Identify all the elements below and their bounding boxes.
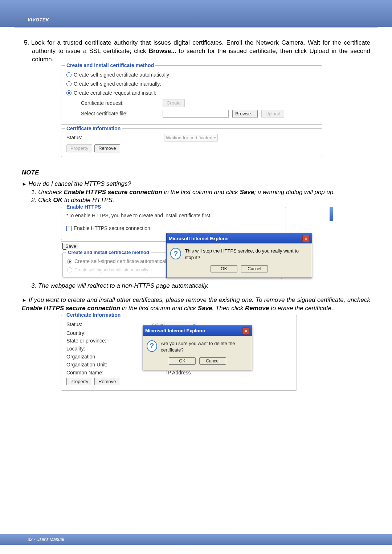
content-area: 5.Look for a trusted certificate authori… [0,28,392,398]
ci-common-value: IP Address [166,369,191,376]
chevron-down-icon: ▾ [214,135,216,140]
note2-c: in the first column and click [120,305,198,312]
triangle-icon: ► [22,181,27,187]
note2-b: Enable HTTPS secure connection [22,305,120,312]
note1-q: How do I cancel the HTTPS settings? [27,180,131,187]
note-block-1: ► How do I cancel the HTTPS settings? 1.… [22,180,370,205]
radio-auto[interactable]: Create self-signed certificate automatic… [66,71,317,78]
radio-auto-2-label: Create self-signed certificate automatic… [74,258,170,265]
status-select[interactable]: Waiting for certificated ▾ [164,134,218,142]
question-icon: ? [170,248,181,259]
note1-s1c: in the first column and click [162,189,240,196]
ie-body: ? This will stop the HTTPS service, do y… [167,243,312,265]
step-text-b: Browse... [149,48,176,54]
remove-button[interactable]: Remove [94,378,120,386]
note1-list: 1. Uncheck Enable HTTPS secure connectio… [22,188,370,205]
checkbox-icon [66,226,72,231]
note2-e: . Then click [212,305,245,312]
step-number: 5. [24,39,31,47]
status-value: Waiting for certificated [166,135,212,141]
ie-title-text-2: Microsoft Internet Explorer [145,328,205,334]
ok-button[interactable]: OK [169,357,196,365]
cert-info-legend: Certificate Information [65,125,122,132]
close-icon[interactable]: × [242,327,250,335]
radio-icon [66,81,72,86]
ci-country-label: Country: [66,330,150,337]
remove-button[interactable]: Remove [94,144,120,152]
enable-check-row[interactable]: Enable HTTPS secure connection: [66,225,281,232]
note2-d: Save [198,305,212,312]
note1-s2c: to disable HTTPS. [62,197,114,204]
save-button[interactable]: Save [62,243,79,250]
ie-msg-2: Are you sure you want to delete the cert… [161,340,248,353]
radio-manual[interactable]: Create self-signed certificate manually: [66,81,317,87]
ie-msg: This will stop the HTTPS service, do you… [185,248,308,260]
note2-f: Remove [245,305,269,312]
cert-info-buttons: Property Remove [66,144,317,152]
radio-icon-checked [67,259,72,264]
note1-s2a: 2. Click [31,197,53,204]
note1-s3: 3. The webpage will redirect to a non-HT… [31,282,209,289]
radio-manual-label: Create self-signed certificate manually: [74,81,161,87]
status-label: Status: [66,134,163,141]
ie-titlebar[interactable]: Microsoft Internet Explorer × [167,233,312,243]
step-5: 5.Look for a trusted certificate authori… [22,39,370,64]
ie-body-2: ? Are you sure you want to delete the ce… [143,336,252,357]
radio-icon [67,267,72,272]
ci-locality-label: Locality: [66,345,150,352]
radio-manual-2-label: Create self-signed certificate manually: [74,267,150,273]
ci-state-label: State or province: [66,337,150,344]
decorative-bar [330,207,333,221]
radio-icon-checked [66,90,72,95]
select-file-row: Select certificate file: Browse... Uploa… [81,110,317,118]
cert-request-row: Certificate request: Create [81,99,317,107]
create-button[interactable]: Create [163,99,185,107]
note1-step3: 3. The webpage will redirect to a non-HT… [22,282,370,290]
status-row: Status: Waiting for certificated ▾ [66,134,317,142]
select-file-label: Select certificate file: [81,110,135,117]
radio-auto-label: Create self-signed certificate automatic… [74,71,169,78]
cert-request-label: Certificate request: [81,100,135,107]
question-icon: ? [147,340,157,352]
enable-checkbox-label: Enable HTTPS secure connection: [74,225,152,232]
enable-https-screenshot: Enable HTTPS *To enable HTTPS, you have … [61,207,322,279]
ci-orgunit-label: Organization Unit: [66,361,150,368]
method-legend: Create and install certificate method [65,62,155,69]
ie-dialog-1: Microsoft Internet Explorer × ? This wil… [166,233,312,278]
cert-info-legend-2: Certificate Information [65,312,122,319]
page-footer: 32 - User's Manual [0,534,392,545]
file-input[interactable] [163,110,229,118]
page: VIVOTEK 5.Look for a trusted certificate… [0,0,392,554]
note-title: NOTE [22,169,370,177]
property-button[interactable]: Property [66,378,92,386]
radio-request[interactable]: Create certificate request and install: [66,90,317,97]
ie-button-row-2: OK Cancel [143,357,252,370]
brand-text: VIVOTEK [28,17,49,22]
radio-request-label: Create certificate request and install: [74,90,156,97]
note1-s2b: OK [53,197,62,204]
note2-g: to erase the certificate. [269,305,333,312]
note1-s1a: 1. Uncheck [31,189,64,196]
note1-s1d: Save [240,189,254,196]
ci-org-label: Organization: [66,353,150,360]
radio-icon [66,72,72,77]
cert-method-panel: Create and install certificate method Cr… [61,65,322,157]
ie-dialog-2: Microsoft Internet Explorer × ? Are you … [143,325,252,370]
ci-common-label: Common Name: [66,369,150,376]
ie-title-text: Microsoft Internet Explorer [169,235,229,242]
ci-status-label: Status: [66,321,150,328]
ie-titlebar[interactable]: Microsoft Internet Explorer × [143,326,252,336]
ok-button[interactable]: OK [211,265,237,272]
close-icon[interactable]: × [302,235,310,242]
cancel-button[interactable]: Cancel [199,357,226,365]
property-button[interactable]: Property [66,144,92,152]
cert-info-fieldset: Certificate Information Status: Waiting … [61,128,322,157]
upload-button[interactable]: Upload [261,110,284,118]
enable-legend: Enable HTTPS [65,204,103,210]
triangle-icon: ► [22,297,27,303]
note1-s1b: Enable HTTPS secure connection [64,189,162,196]
cancel-button[interactable]: Cancel [241,265,268,272]
browse-button[interactable]: Browse... [232,110,258,118]
ci-common-row: Common Name: IP Address [66,369,291,376]
method-fieldset: Create and install certificate method Cr… [61,65,322,125]
